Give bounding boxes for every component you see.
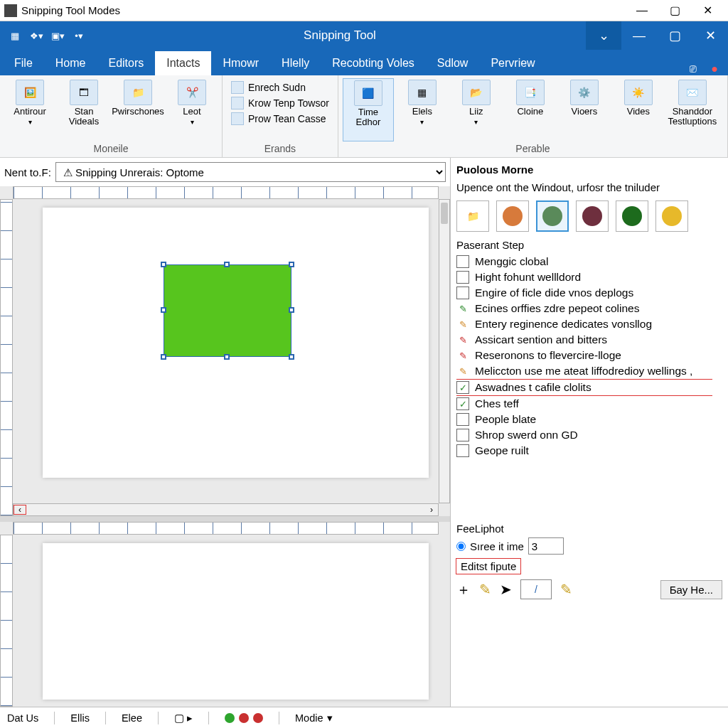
pen-tool-icon[interactable]: ✎ [560, 581, 572, 598]
document-canvas[interactable] [43, 208, 429, 478]
ruler-vertical[interactable] [0, 535, 13, 707]
checklist-item[interactable]: ✎Reseronons to flevercire-lloge [456, 348, 712, 363]
checklist-item[interactable]: People blate [456, 412, 712, 427]
ruler-horizontal[interactable] [13, 522, 439, 535]
btn-antirour[interactable]: 🖼️Antirour▾ [4, 78, 55, 141]
nav-row: Nent to.F: ⚠ Snipping Unrerais: Optome [0, 158, 450, 186]
swatch-folder[interactable]: 📁 [456, 200, 489, 232]
scroll-left-button[interactable]: ‹ [14, 505, 26, 515]
swatch-color[interactable] [496, 200, 529, 232]
swatch-color[interactable] [536, 200, 569, 232]
checklist-item[interactable]: ✎Ecines orffies zdre pepeot colines [456, 301, 712, 316]
checklist-item[interactable]: Hight fohunt wellldord [456, 269, 712, 285]
pen-tool-icon[interactable]: ✎ [479, 581, 491, 598]
minimize-button[interactable]: — [626, 0, 658, 21]
checklist-item[interactable]: Menggic clobal [456, 254, 712, 269]
ruler-horizontal[interactable] [13, 186, 439, 199]
bay-he-button[interactable]: Бау He... [660, 580, 722, 599]
checklist-scrollbar[interactable] [712, 254, 722, 517]
edit-label[interactable]: Editst fipute [456, 559, 520, 574]
checklist-item[interactable]: Shrop swerd onn GD [456, 427, 712, 443]
btn-shanddor[interactable]: ✉️Shanddor Testluptions [667, 78, 718, 141]
next-tool-button[interactable]: ➤ [500, 581, 512, 598]
swatch-color[interactable] [576, 200, 609, 232]
stroke-preview[interactable]: / [520, 579, 552, 599]
tab-end-icon-record[interactable]: ● [704, 63, 725, 75]
selected-shape[interactable] [164, 264, 291, 357]
tab-intacts[interactable]: Intacts [155, 51, 211, 75]
btn-vioers[interactable]: ⚙️Vioers [559, 78, 610, 141]
status-view-icons[interactable]: ▢ ▸ [174, 712, 193, 724]
btn-krow-tenp[interactable]: Krow Tenp Towsor [231, 97, 329, 109]
resize-handle[interactable] [224, 354, 230, 360]
pane-splitter[interactable] [0, 516, 450, 522]
tab-file[interactable]: File [3, 51, 44, 75]
scroll-right-button[interactable]: › [425, 505, 438, 515]
btn-elels[interactable]: ▦Elels▾ [397, 78, 448, 141]
resize-handle[interactable] [289, 307, 294, 313]
btn-prow-tean[interactable]: Prow Tean Casse [231, 112, 329, 125]
checklist-item[interactable]: ✓Aswadnes t cafile clolits [456, 380, 714, 395]
swatch-color[interactable] [616, 200, 648, 232]
status-dot-red [239, 713, 249, 723]
scroll-thumb[interactable] [441, 203, 448, 224]
tab-home[interactable]: Home [44, 51, 97, 75]
checklist-item[interactable]: Engire of ficle dide vnos deplogs [456, 285, 712, 301]
btn-time-edhor[interactable]: 🟦Time Edhor [343, 78, 394, 141]
tab-end-icon-1[interactable]: ⎚ [682, 63, 704, 75]
ruler-vertical[interactable] [0, 199, 13, 516]
swatch-color[interactable] [655, 200, 688, 232]
status-item[interactable]: Dat Us [7, 712, 38, 724]
header-minimize-button[interactable]: — [621, 21, 657, 50]
checklist-item[interactable]: ✎Assicart sention and bitters [456, 332, 712, 348]
scrollbar-horizontal[interactable]: ‹ › [13, 503, 439, 516]
document-canvas-2[interactable] [43, 543, 429, 700]
siree-value-input[interactable] [528, 537, 564, 555]
radio-siree[interactable] [456, 542, 466, 551]
resize-handle[interactable] [161, 262, 166, 267]
btn-stan-videals[interactable]: 🗔Stan Videals [58, 78, 109, 141]
maximize-button[interactable]: ▢ [658, 0, 691, 21]
tab-recobting[interactable]: Recobting Voles [321, 51, 426, 75]
window-title: Snipping Tool Modes [21, 4, 626, 16]
btn-leot[interactable]: ✂️Leot▾ [166, 78, 218, 141]
checklist-item[interactable]: Geope ruilt [456, 443, 712, 459]
btn-liiz[interactable]: 📂Liiz▾ [451, 78, 502, 141]
tab-editors[interactable]: Editors [97, 51, 155, 75]
btn-pwirschones[interactable]: 📁Pwirschones [112, 78, 164, 141]
qat-item[interactable]: •▾ [71, 28, 87, 43]
header-maximize-button[interactable]: ▢ [657, 21, 692, 50]
status-item[interactable]: Elee [122, 712, 142, 724]
btn-enrech-sudn[interactable]: Enrech Sudn [231, 81, 329, 94]
scrollbar-vertical[interactable] [439, 199, 450, 503]
resize-handle[interactable] [289, 262, 294, 267]
nav-dropdown[interactable]: ⚠ Snipping Unrerais: Optome [55, 162, 446, 182]
add-tool-button[interactable]: ＋ [456, 580, 471, 599]
status-mode[interactable]: Modie ▾ [295, 712, 333, 724]
group-label: Moneile [4, 141, 218, 156]
checklist-item[interactable]: ✓Ches teff [456, 396, 712, 412]
checklist-item[interactable]: ✎Entery reginence dedicates vonsllog [456, 316, 712, 332]
tab-perview[interactable]: Pervriew [479, 51, 546, 75]
btn-cloine[interactable]: 📑Cloine [505, 78, 556, 141]
scroll-thumb[interactable] [714, 257, 720, 279]
resize-handle[interactable] [289, 354, 294, 360]
resize-handle[interactable] [224, 262, 230, 267]
tab-sdlow[interactable]: Sdlow [426, 51, 480, 75]
resize-handle[interactable] [161, 307, 166, 313]
btn-vides[interactable]: ☀️Vides [613, 78, 664, 141]
qat-item[interactable]: ▣▾ [50, 28, 65, 43]
qat-item[interactable]: ❖▾ [28, 28, 44, 43]
status-item[interactable]: Ellis [70, 712, 90, 724]
page-icon [231, 81, 244, 94]
qat-item[interactable]: ▦ [7, 28, 23, 43]
checklist-item[interactable]: ✎Meliccton use me ateat liffodredioy wel… [456, 363, 712, 379]
swatch-row: 📁 [456, 200, 722, 232]
tab-hmowr[interactable]: Hmowr [211, 51, 270, 75]
tab-hlelly[interactable]: Hlelly [270, 51, 321, 75]
close-button[interactable]: ✕ [691, 0, 724, 21]
header-close-button[interactable]: ✕ [692, 21, 728, 50]
status-dots [225, 713, 263, 723]
header-dropdown-button[interactable]: ⌄ [586, 21, 621, 50]
resize-handle[interactable] [161, 354, 166, 360]
